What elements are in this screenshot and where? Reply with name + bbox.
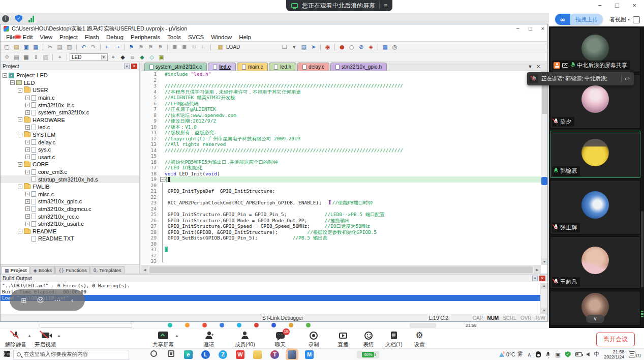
code-line[interactable]: 2 [141, 77, 541, 83]
more-icon[interactable]: ⋯ [54, 296, 60, 304]
stop-build-icon[interactable]: ▥ [41, 53, 50, 61]
edge-icon[interactable]: e [184, 350, 193, 359]
help-search-icon[interactable]: ◉ [323, 43, 332, 51]
editor-tab-delay.c[interactable]: delay.c [297, 63, 329, 71]
translate-icon[interactable]: ⟐ [3, 53, 11, 61]
participant-tile[interactable]: 郭锦源 [550, 131, 640, 178]
tree-item[interactable]: startup_stm32f10x_hd.s [1, 175, 139, 183]
editor-tab-stm32f10x_gpio.h[interactable]: stm32f10x_gpio.h [330, 63, 387, 71]
tree-item[interactable]: +sys.c [1, 146, 139, 154]
start-button[interactable] [0, 350, 13, 359]
start-video-button[interactable]: 开启视频 [35, 331, 56, 348]
grid-icon[interactable]: ⊞ [21, 296, 26, 304]
code-line[interactable]: 14//////////////////////////////////////… [141, 147, 541, 154]
navigate-back-icon[interactable]: ← [103, 43, 112, 51]
share-screen-button[interactable]: 共享屏幕 [152, 331, 174, 348]
invite-button[interactable]: +邀请 [202, 331, 216, 348]
battery-icon[interactable] [575, 352, 582, 356]
dropdown-icon[interactable]: ▾ [290, 43, 298, 51]
tree-item[interactable]: −README [1, 227, 139, 235]
taskbar-clock[interactable]: 21:582022/1/24 [604, 349, 624, 359]
menu-window[interactable]: Window [207, 34, 235, 40]
close-file-icon[interactable]: ✕ [536, 64, 540, 69]
uvision-titlebar[interactable]: C:\Users\HOU\Desktop\实验1 跑马灯实验\USER\LED.… [1, 24, 547, 33]
code-line[interactable]: 7//正点原子@ALIENTEK [141, 106, 541, 112]
tray-app-icon[interactable]: ▣ [555, 351, 560, 358]
tree-item[interactable]: +misc.c [1, 191, 139, 198]
wps-icon[interactable]: W [236, 350, 244, 359]
target-options-icon[interactable]: ⌖ [109, 53, 117, 61]
participant-tile[interactable]: 张正辉 [550, 180, 640, 234]
banner-menu-icon[interactable]: ≡ [379, 2, 387, 9]
watching-banner[interactable]: 您正在观看中北后浪的屏幕 ≡ [286, 0, 392, 11]
muted-mic-icon[interactable] [529, 74, 538, 83]
debug-session-icon[interactable]: ◆ [138, 53, 146, 61]
code-line[interactable]: 12//Copyright(C) 广州市星翼电子科技有限公司 2009-2019 [141, 136, 541, 142]
tree-item[interactable]: +led.c [1, 124, 139, 131]
code-line[interactable]: 22 [141, 194, 541, 200]
app-t-icon[interactable]: T [270, 350, 279, 359]
pin-icon[interactable]: ▾ [532, 276, 538, 281]
minimize-button[interactable]: − [595, 2, 604, 9]
editor-vertical-scrollbar[interactable]: ▲ ▼ [541, 71, 547, 265]
panel-tab-project[interactable]: ▦Project [2, 266, 30, 274]
menu-tools[interactable]: Tools [164, 34, 185, 40]
build-icon[interactable]: ▤ [12, 53, 21, 61]
settings-button[interactable]: ⚙设置 [413, 331, 426, 348]
tree-item[interactable]: −FWLIB [1, 183, 139, 191]
uv-close-button[interactable]: × [541, 25, 544, 32]
meeting-annotation-toolbar[interactable]: ⊞ ☹ ⋯ ‹ [10, 289, 85, 311]
goto-icon[interactable]: ➤ [309, 43, 318, 51]
unmute-button[interactable]: 解除静音 [5, 331, 26, 348]
meeting-icon[interactable]: M [305, 350, 314, 359]
tree-item[interactable]: −USER [1, 86, 139, 94]
task-view-icon[interactable] [167, 350, 175, 359]
code-line[interactable]: 3///////////////////////////////////////… [141, 83, 541, 89]
menu-svcs[interactable]: SVCS [185, 34, 207, 40]
emoji-icon[interactable]: ☹ [37, 296, 44, 304]
tree-item[interactable]: −HARDWARE [1, 116, 139, 124]
code-line[interactable]: 32 [141, 253, 541, 259]
tab-list-icon[interactable]: ▼ [528, 64, 533, 69]
restore-button[interactable]: □ [612, 2, 622, 9]
save-icon[interactable]: ▣ [22, 43, 30, 51]
checkbox-icon[interactable]: ☐ [280, 43, 289, 51]
code-line[interactable]: 11//版权所有，盗版必究. [141, 130, 541, 136]
uv-restore-button[interactable]: □ [529, 25, 532, 32]
code-line[interactable]: 4//本程序只供学习使用，未经作者许可，不得用于其它任何用途 [141, 89, 541, 95]
code-line[interactable]: 26 GPIO_InitStructure.GPIO_Mode = GPIO_M… [141, 218, 541, 224]
close-panel-icon[interactable]: × [131, 64, 137, 69]
kill-breakpoints-icon[interactable]: ◈ [366, 43, 375, 51]
manage-layers-icon[interactable]: ≡ [128, 53, 137, 61]
emoji-button[interactable]: 表情 [362, 331, 375, 348]
ime-indicator[interactable]: 中 [594, 351, 600, 358]
code-line[interactable]: 19{ [141, 176, 541, 183]
notification-icon[interactable]: (1) [629, 351, 641, 357]
tree-item[interactable]: +main.c [1, 94, 139, 102]
code-line[interactable]: 10//版本：V1.0 [141, 124, 541, 130]
tree-item[interactable]: +stm32f10x_gpio.c [1, 198, 139, 205]
panel-tab-templates[interactable]: 0,Templates [90, 266, 125, 274]
code-line[interactable]: 33 [141, 258, 541, 264]
clear-bookmarks-icon[interactable]: ⚑ [156, 43, 165, 51]
reply-arrow-icon[interactable]: ↩ [625, 75, 630, 82]
code-line[interactable]: 9//修改日期:2012/9/2 [141, 118, 541, 124]
code-line[interactable]: 1#include "led.h" [141, 71, 541, 77]
target-select[interactable]: LED▾ [70, 53, 108, 61]
scroll-down-icon[interactable]: ▼ [541, 308, 547, 314]
editor-tab-system_stm32f10x.c[interactable]: system_stm32f10x.c [144, 63, 207, 71]
menu-edit[interactable]: Edit [19, 34, 37, 40]
uncomment-icon[interactable]: ≋ [199, 43, 208, 51]
tree-item[interactable]: −LED [1, 79, 139, 87]
unindent-icon[interactable]: ≣ [180, 43, 189, 51]
scroll-more-button[interactable]: ∨ [586, 315, 604, 323]
code-line[interactable]: 18void LED_Init(void) [141, 171, 541, 177]
pack-installer-icon[interactable]: ▣ [157, 53, 166, 61]
cortana-icon[interactable] [149, 350, 158, 359]
code-line[interactable]: 13//All rights reserved [141, 141, 541, 147]
pin-icon[interactable]: ▾ [124, 64, 130, 69]
antivirus-shield-icon[interactable]: ✓ [565, 351, 571, 357]
editor-tab-led.c[interactable]: led.c [208, 63, 236, 71]
redo-icon[interactable]: ↷ [89, 43, 98, 51]
tree-item[interactable]: +stm32f10x_it.c [1, 101, 139, 109]
